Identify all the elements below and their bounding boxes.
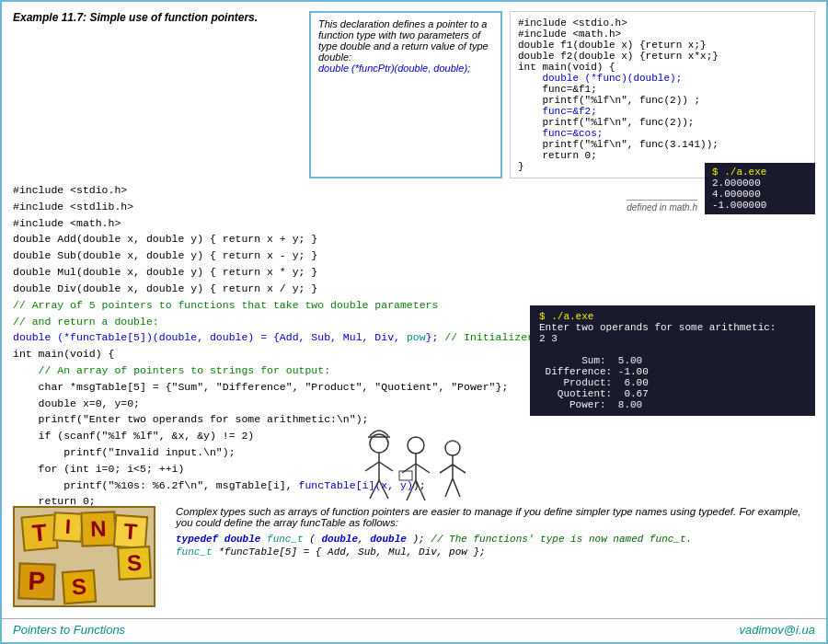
- hints-text-area: Complex types such as arrays of function…: [176, 506, 815, 558]
- svg-point-7: [408, 437, 424, 454]
- footer-title: Pointers to Functions: [13, 623, 125, 637]
- svg-line-3: [379, 462, 393, 471]
- svg-line-11: [407, 480, 416, 500]
- svg-line-4: [370, 480, 379, 499]
- svg-line-5: [379, 480, 388, 499]
- example-desc: Simple use of function pointers.: [89, 11, 258, 24]
- svg-line-19: [453, 478, 460, 497]
- tooltip-text: This declaration defines a pointer to a …: [318, 18, 489, 63]
- tooltip-box: This declaration defines a pointer to a …: [309, 11, 502, 178]
- terminal-large: $ ./a.exe Enter two operands for some ar…: [530, 305, 815, 416]
- hints-code2: func_t *funcTable[5] = { Add, Sub, Mul, …: [176, 546, 815, 558]
- hints-code1: typedef double func_t ( double, double )…: [176, 534, 815, 545]
- footer: Pointers to Functions vadimov@i.ua: [2, 618, 826, 637]
- terminal-line-3: 4.000000: [712, 189, 808, 200]
- svg-line-16: [440, 465, 453, 473]
- example-label: Example 11.7: Simple use of function poi…: [13, 11, 302, 24]
- tooltip-code: double (*funcPtr)(double, double);: [318, 63, 470, 74]
- hints-para1: Complex types such as arrays of function…: [176, 506, 815, 528]
- hints-image: T I N T S P S: [13, 506, 165, 607]
- svg-rect-13: [399, 471, 412, 480]
- terminal-line-4: -1.000000: [712, 200, 808, 211]
- terminal-small: $ ./a.exe 2.000000 4.000000 -1.000000: [705, 163, 815, 214]
- svg-line-17: [453, 465, 466, 473]
- defined-label: defined in math.h: [627, 200, 697, 213]
- bottom-section: T I N T S P S Complex types such as arra…: [2, 499, 826, 615]
- terminal-line-2: 2.000000: [712, 178, 808, 189]
- svg-line-18: [445, 478, 453, 497]
- svg-line-12: [416, 480, 425, 500]
- svg-line-2: [365, 462, 379, 471]
- right-code-box: #include <stdio.h> #include <math.h> dou…: [510, 11, 815, 178]
- svg-line-10: [416, 464, 430, 473]
- footer-author: vadimov@i.ua: [739, 623, 815, 637]
